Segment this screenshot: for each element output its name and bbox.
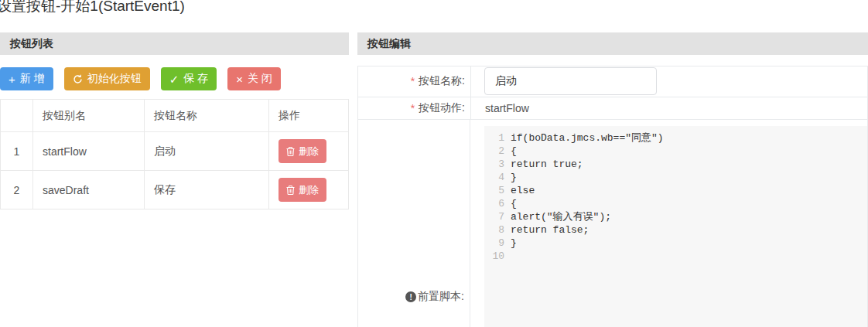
- header-actions: 操作: [269, 100, 348, 131]
- button-name-label-text: 按钮名称:: [419, 74, 465, 88]
- line-number: 5: [484, 184, 504, 197]
- button-action-value-cell: startFlow: [471, 97, 867, 119]
- line-code: }: [511, 171, 517, 184]
- line-code: if(boData.jmcs.wb=="同意"): [511, 131, 664, 145]
- delete-button-label: 删除: [299, 145, 319, 158]
- button-edit-header: 按钮编辑: [357, 32, 868, 55]
- line-code: alert("输入有误");: [511, 210, 611, 223]
- refresh-icon: [73, 74, 83, 84]
- line-code: }: [511, 237, 517, 250]
- check-icon: ✓: [169, 73, 179, 85]
- code-line: 6{: [484, 197, 867, 210]
- code-line: 9}: [484, 237, 867, 250]
- code-line: 2{: [484, 145, 867, 158]
- line-code: {: [511, 145, 517, 158]
- code-line: 7alert("输入有误");: [484, 210, 867, 223]
- line-code: else: [511, 184, 535, 197]
- close-button-label: 关 闭: [248, 72, 272, 86]
- line-number: 2: [484, 145, 504, 158]
- line-number: 6: [484, 197, 504, 210]
- settings-dialog: 设置按钮-开始1(StartEvent1) 按钮列表 + 新 增 初始化按钮 ✓…: [0, 0, 868, 327]
- header-name: 按钮名称: [145, 100, 269, 131]
- button-name-value-cell: [471, 66, 867, 97]
- page-title: 设置按钮-开始1(StartEvent1): [0, 0, 185, 16]
- table-header-row: 按钮别名 按钮名称 操作: [1, 100, 348, 132]
- row-index: 1: [1, 132, 33, 170]
- trash-icon: [286, 147, 295, 156]
- code-line: 3return true;: [484, 158, 867, 171]
- close-icon: ×: [236, 73, 243, 85]
- line-number: 3: [484, 158, 504, 171]
- line-number: 9: [484, 237, 504, 250]
- init-buttons-label: 初始化按钮: [87, 72, 142, 86]
- required-mark: *: [411, 102, 415, 114]
- add-button[interactable]: + 新 增: [0, 67, 53, 90]
- add-button-label: 新 增: [20, 72, 45, 86]
- row-name: 启动: [145, 132, 269, 170]
- table-row[interactable]: 2 saveDraft 保存 删除: [1, 171, 348, 209]
- form-row-action: * 按钮动作: startFlow: [358, 97, 867, 120]
- pre-script-label-text: 前置脚本:: [418, 290, 464, 304]
- row-index: 2: [1, 171, 33, 209]
- table-row[interactable]: 1 startFlow 启动 删除: [1, 132, 348, 171]
- button-action-value: startFlow: [485, 102, 529, 114]
- row-alias: saveDraft: [33, 171, 145, 209]
- line-code: {: [511, 197, 517, 210]
- info-icon: !: [405, 291, 416, 302]
- row-name: 保存: [145, 171, 269, 209]
- button-name-label: * 按钮名称:: [358, 66, 471, 97]
- line-number: 10: [484, 250, 504, 263]
- header-index: [1, 100, 33, 131]
- delete-button[interactable]: 删除: [279, 139, 326, 163]
- code-line: 5else: [484, 184, 867, 197]
- row-actions: 删除: [269, 171, 348, 209]
- code-line: 4}: [484, 171, 867, 184]
- button-name-input[interactable]: [484, 67, 657, 95]
- init-buttons-button[interactable]: 初始化按钮: [64, 67, 150, 90]
- button-action-label-text: 按钮动作:: [419, 101, 465, 115]
- line-number: 4: [484, 171, 504, 184]
- button-edit-form: * 按钮名称: * 按钮动作: startFlow ! 前置脚本:: [357, 66, 868, 327]
- line-number: 1: [484, 131, 504, 145]
- delete-button-label: 删除: [299, 183, 319, 197]
- save-button[interactable]: ✓ 保 存: [161, 67, 217, 90]
- code-line: 8return false;: [484, 223, 867, 237]
- save-button-label: 保 存: [183, 72, 208, 86]
- pre-script-code-editor[interactable]: 1if(boData.jmcs.wb=="同意") 2{ 3return tru…: [484, 126, 867, 327]
- code-line: 1if(boData.jmcs.wb=="同意"): [484, 131, 867, 145]
- form-row-script: ! 前置脚本: 1if(boData.jmcs.wb=="同意") 2{ 3re…: [358, 120, 867, 327]
- required-mark: *: [411, 75, 415, 87]
- button-action-label: * 按钮动作:: [358, 97, 471, 119]
- pre-script-label: ! 前置脚本:: [358, 120, 470, 327]
- trash-icon: [286, 186, 295, 195]
- button-list-header: 按钮列表: [0, 32, 349, 55]
- line-number: 7: [484, 210, 504, 223]
- close-button[interactable]: × 关 闭: [227, 67, 281, 90]
- line-code: return false;: [511, 223, 589, 237]
- row-alias: startFlow: [33, 132, 145, 170]
- row-actions: 删除: [269, 132, 348, 170]
- line-code: return true;: [511, 158, 583, 171]
- delete-button[interactable]: 删除: [279, 178, 326, 202]
- plus-icon: +: [9, 73, 15, 85]
- line-number: 8: [484, 223, 504, 237]
- toolbar: + 新 增 初始化按钮 ✓ 保 存 × 关 闭: [0, 67, 281, 90]
- code-line: 10: [484, 250, 867, 263]
- header-alias: 按钮别名: [33, 100, 145, 131]
- form-row-name: * 按钮名称:: [358, 66, 867, 97]
- button-table: 按钮别名 按钮名称 操作 1 startFlow 启动 删除: [0, 99, 349, 209]
- pre-script-value-cell: 1if(boData.jmcs.wb=="同意") 2{ 3return tru…: [470, 120, 867, 327]
